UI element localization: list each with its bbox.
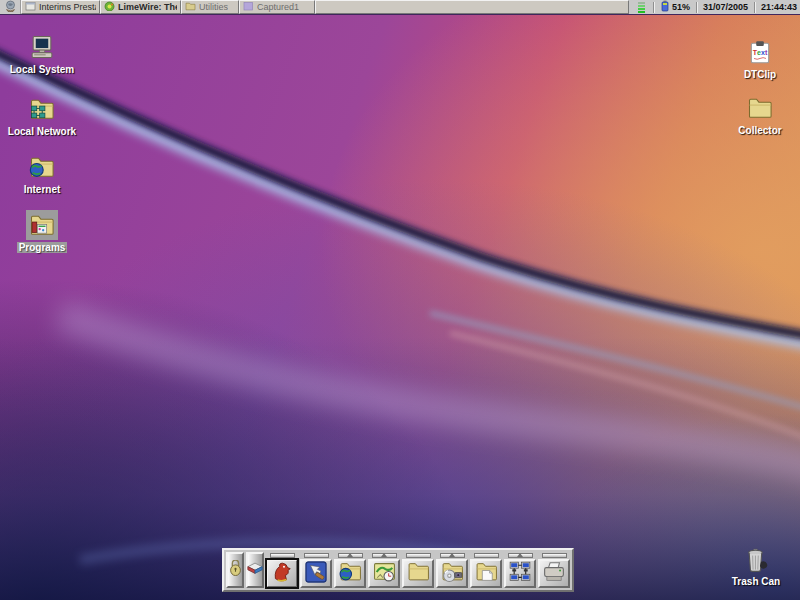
icon-label: Programs	[17, 242, 68, 253]
network-folder-icon	[26, 94, 58, 124]
drawer-system-picture	[368, 553, 400, 588]
window-icon	[25, 1, 36, 13]
task-button-interims[interactable]: Interims Prestaties	[21, 0, 100, 14]
picture-clock-icon	[373, 561, 396, 587]
taskbar: Interims Prestaties LimeWire: The Offi U…	[0, 0, 800, 15]
network-computers-icon	[509, 561, 531, 586]
tray-date: 31/07/2005	[700, 2, 751, 12]
desktop-icon-programs[interactable]: Programs	[0, 210, 84, 253]
printer-button[interactable]	[538, 559, 570, 588]
computer-icon	[26, 32, 58, 62]
drawer-arrow-icon	[517, 553, 523, 557]
system-tray: 51% 31/07/2005 21:44:43	[633, 0, 800, 14]
desktop-icon-dtclip[interactable]: DTClip	[718, 37, 800, 80]
desktop-icon-collector[interactable]: Collector	[718, 93, 800, 136]
templates-button[interactable]	[470, 559, 502, 588]
drawer-multimedia	[436, 553, 468, 588]
limewire-icon	[104, 1, 115, 13]
padlock-icon	[228, 560, 243, 580]
drawer-printer	[538, 553, 570, 588]
tray-separator	[653, 2, 654, 13]
battery-percent: 51%	[672, 2, 690, 12]
books-icon	[247, 561, 263, 579]
printer-icon	[543, 561, 565, 586]
desktop-screen: Text	[0, 0, 800, 600]
launchpad-dock	[222, 548, 574, 592]
desktop-icon-trash-can[interactable]: Trash Can	[714, 544, 798, 587]
drawer-tab[interactable]	[338, 553, 363, 558]
drawer-arrow-icon	[347, 553, 353, 557]
cd-folder-icon	[441, 560, 464, 587]
task-label: Interims Prestaties	[39, 2, 96, 12]
system-menu-icon	[4, 0, 17, 16]
drawer-tab[interactable]	[440, 553, 465, 558]
folder-icon	[407, 560, 430, 587]
drawer-tab[interactable]	[372, 553, 397, 558]
desktop-icon-internet[interactable]: Internet	[0, 152, 84, 195]
icon-label: Internet	[22, 184, 63, 195]
battery-indicator: 51%	[657, 0, 693, 14]
drawer-tab[interactable]	[304, 553, 329, 558]
system-menu-button[interactable]	[0, 0, 21, 14]
icon-label: Trash Can	[730, 576, 782, 587]
programs-folder-icon	[26, 210, 58, 240]
task-button-captured1[interactable]: Captured1	[239, 0, 315, 14]
drawer-tab[interactable]	[508, 553, 533, 558]
task-label: LimeWire: The Offi	[118, 2, 177, 12]
cpu-load-icon	[633, 1, 650, 14]
drawer-tab[interactable]	[542, 553, 567, 558]
drawer-dragon-app	[266, 553, 298, 588]
find-button[interactable]	[246, 552, 264, 588]
tray-separator	[754, 2, 755, 13]
trash-can-icon	[740, 544, 772, 574]
desktop-icon-local-system[interactable]: Local System	[0, 32, 84, 75]
tray-separator	[696, 2, 697, 13]
task-button-limewire[interactable]: LimeWire: The Offi	[100, 0, 181, 14]
internet-folder-icon	[26, 152, 58, 182]
drawer-arrow-icon	[381, 553, 387, 557]
document-folder-icon	[475, 560, 498, 587]
folder-icon	[185, 1, 196, 13]
task-label: Utilities	[199, 2, 228, 12]
network-button[interactable]	[504, 559, 536, 588]
clipboard-text-icon	[744, 37, 776, 67]
drawer-network	[504, 553, 536, 588]
folder-icon	[744, 93, 776, 123]
drawer-internet	[334, 553, 366, 588]
drawer-tab[interactable]	[474, 553, 499, 558]
dragon-app-button[interactable]	[266, 559, 298, 588]
tools-icon	[305, 561, 327, 587]
tray-clock: 21:44:43	[758, 2, 800, 12]
task-label: Captured1	[257, 2, 299, 12]
battery-icon	[660, 0, 670, 14]
red-dragon-icon	[271, 561, 293, 587]
drawer-system-setup	[300, 553, 332, 588]
icon-label: Local Network	[6, 126, 78, 137]
files-folder-button[interactable]	[402, 559, 434, 588]
internet-drawer-button[interactable]	[334, 559, 366, 588]
drawer-tab[interactable]	[270, 553, 295, 558]
purple-square-icon	[243, 1, 254, 13]
task-button-utilities[interactable]: Utilities	[181, 0, 239, 14]
taskbar-empty-area	[315, 0, 629, 14]
internet-globe-folder-icon	[339, 560, 362, 587]
lockup-button[interactable]	[226, 552, 244, 588]
icon-label: Local System	[8, 64, 76, 75]
icon-label: Collector	[736, 125, 783, 136]
drawer-tab[interactable]	[406, 553, 431, 558]
drawer-files	[402, 553, 434, 588]
icon-label: DTClip	[742, 69, 778, 80]
system-picture-button[interactable]	[368, 559, 400, 588]
system-setup-button[interactable]	[300, 559, 332, 588]
multimedia-button[interactable]	[436, 559, 468, 588]
drawer-templates	[470, 553, 502, 588]
desktop-icon-local-network[interactable]: Local Network	[0, 94, 84, 137]
wallpaper	[0, 15, 800, 600]
drawer-arrow-icon	[449, 553, 455, 557]
